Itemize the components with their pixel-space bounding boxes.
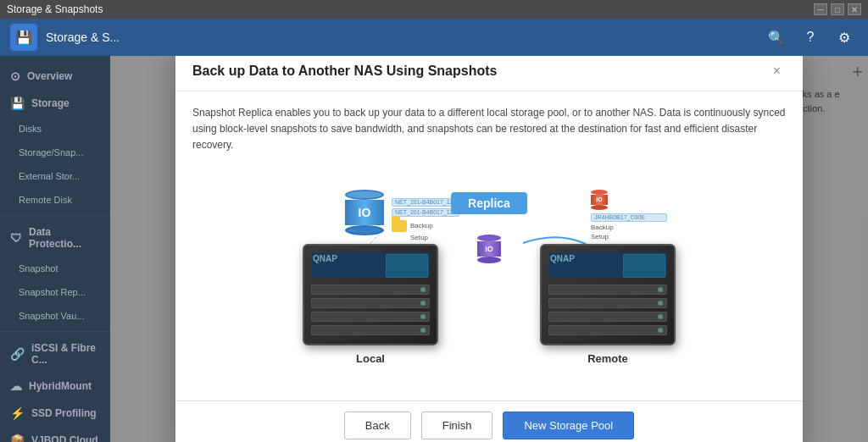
back-button[interactable]: Back — [344, 412, 411, 439]
main-content: ⊙ Overview 💾 Storage Disks Storage/Snap.… — [0, 56, 868, 442]
sidebar: ⊙ Overview 💾 Storage Disks Storage/Snap.… — [0, 56, 110, 442]
cyl-body: IO — [345, 200, 384, 225]
remote-file-1: JR4HB0B17_C00E — [591, 213, 667, 222]
remote-db-row: IO — [591, 190, 667, 210]
app-header-left: 💾 Storage & S... — [10, 24, 120, 51]
small-db-container: IO — [477, 235, 503, 263]
modal-body: Snapshot Replica enables you to back up … — [175, 91, 803, 401]
remote-bay-1 — [548, 285, 667, 295]
bay-2 — [311, 298, 430, 308]
sidebar-item-hybridmount[interactable]: ☁ HybridMount — [0, 373, 110, 400]
iscsi-icon: 🔗 — [10, 347, 25, 361]
float-file-1: NET_201-B4B017_123456 — [392, 198, 459, 207]
local-db-icon: IO — [345, 190, 384, 235]
maximize-button[interactable]: □ — [831, 3, 844, 15]
storage-icon: 💾 — [10, 97, 25, 110]
right-panel: New Storage Pool ol is used to physical … — [110, 56, 868, 442]
sidebar-divider-2 — [0, 331, 110, 332]
sidebar-item-data-protection[interactable]: 🛡 Data Protectio... — [0, 219, 110, 257]
new-storage-pool-button[interactable]: New Storage Pool — [503, 412, 634, 439]
small-cyl-top — [477, 235, 501, 241]
cyl-top — [345, 190, 384, 200]
sidebar-item-storage-snap[interactable]: Storage/Snap... — [0, 141, 110, 164]
modal-description: Snapshot Replica enables you to back up … — [192, 105, 786, 154]
diagram: IO NET_201-B4B017_123456 NET_201-B4B017_… — [192, 167, 786, 387]
sidebar-item-ssd[interactable]: ⚡ SSD Profiling — [0, 400, 110, 427]
remote-small-db: IO — [591, 190, 608, 210]
remote-bay-2 — [548, 298, 667, 308]
float-file-2: NET_201-B4B017_123456 — [392, 208, 459, 217]
app-header-right: 🔍 ? ⚙ — [763, 24, 858, 51]
floating-files: NET_201-B4B017_123456 NET_201-B4B017_123… — [392, 198, 459, 241]
data-protection-icon: 🛡 — [10, 231, 22, 245]
bay-4 — [311, 325, 430, 335]
local-nas: QNAP — [303, 244, 438, 345]
title-bar-title: Storage & Snapshots — [7, 3, 103, 15]
nas-screen-remote — [623, 254, 665, 278]
remote-file-label-1: Backup — [591, 224, 667, 231]
nas-brand-local: QNAP — [313, 254, 337, 263]
sidebar-item-snapshot-rep[interactable]: Snapshot Rep... — [0, 280, 110, 304]
search-button[interactable]: 🔍 — [763, 24, 790, 51]
bay-1 — [311, 285, 430, 295]
local-db-area: IO NET_201-B4B017_123456 NET_201-B4B017_… — [303, 190, 438, 240]
modal-footer: Back Finish New Storage Pool — [175, 401, 803, 442]
folder-icon — [392, 220, 407, 232]
replica-badge-container: Replica — [451, 192, 527, 214]
sidebar-item-storage[interactable]: 💾 Storage — [0, 90, 110, 117]
remote-floating-files: IO JR4HB0B17_C00E Backup Setup Logs — [591, 190, 667, 250]
app-window: Storage & Snapshots ─ □ ✕ 💾 Storage & S.… — [0, 0, 868, 442]
modal-overlay: Back up Data to Another NAS Using Snapsh… — [110, 56, 868, 442]
close-button[interactable]: ✕ — [848, 3, 861, 15]
bay-3 — [311, 312, 430, 322]
minimize-button[interactable]: ─ — [814, 3, 827, 15]
small-cyl-body: IO — [477, 241, 501, 257]
modal-title: Back up Data to Another NAS Using Snapsh… — [192, 64, 497, 79]
sidebar-item-snapshot-vau[interactable]: Snapshot Vau... — [0, 304, 110, 328]
modal-dialog: Back up Data to Another NAS Using Snapsh… — [175, 56, 803, 442]
title-bar: Storage & Snapshots ─ □ ✕ — [0, 0, 868, 19]
float-folder-row: Backup — [392, 220, 459, 232]
app-header-title: Storage & S... — [46, 30, 120, 44]
sidebar-divider-1 — [0, 215, 110, 216]
vjbod-icon: 📦 — [10, 434, 25, 442]
sidebar-item-vjbod[interactable]: 📦 VJBOD Cloud — [0, 427, 110, 442]
sidebar-item-overview[interactable]: ⊙ Overview — [0, 63, 110, 90]
settings-button[interactable]: ⚙ — [831, 24, 858, 51]
modal-header: Back up Data to Another NAS Using Snapsh… — [175, 56, 803, 91]
replica-badge: Replica — [451, 192, 527, 214]
remote-nas: QNAP — [540, 244, 676, 345]
hybridmount-icon: ☁ — [10, 379, 22, 393]
help-button[interactable]: ? — [797, 24, 824, 51]
app-icon: 💾 — [10, 24, 37, 51]
modal-close-button[interactable]: × — [768, 62, 786, 80]
overview-icon: ⊙ — [10, 69, 20, 83]
remote-bay-3 — [548, 312, 667, 322]
nas-bays-remote — [548, 285, 667, 335]
ssd-icon: ⚡ — [10, 406, 25, 420]
nas-bays-local — [311, 285, 430, 335]
small-db-icon: IO — [477, 235, 503, 263]
sidebar-item-iscsi[interactable]: 🔗 iSCSI & Fibre C... — [0, 335, 110, 373]
nas-brand-remote: QNAP — [550, 254, 575, 263]
remote-files-area: IO JR4HB0B17_C00E Backup Setup Logs — [540, 190, 676, 240]
sidebar-item-remote-disk[interactable]: Remote Disk — [0, 188, 110, 212]
sub-file: Setup — [392, 234, 459, 241]
remote-label: Remote — [587, 352, 628, 365]
finish-button[interactable]: Finish — [421, 412, 493, 439]
app-header: 💾 Storage & S... 🔍 ? ⚙ — [0, 19, 868, 56]
small-cyl-bottom — [477, 257, 501, 263]
sidebar-item-disks[interactable]: Disks — [0, 117, 110, 141]
title-bar-controls: ─ □ ✕ — [814, 3, 861, 15]
diagram-remote: IO JR4HB0B17_C00E Backup Setup Logs — [540, 190, 676, 365]
sidebar-item-snapshot[interactable]: Snapshot — [0, 257, 110, 280]
diagram-local: IO NET_201-B4B017_123456 NET_201-B4B017_… — [303, 190, 438, 365]
remote-file-label-2: Setup — [591, 233, 667, 240]
folder-label: Backup — [410, 222, 433, 229]
local-label: Local — [356, 352, 385, 365]
sidebar-item-external-stor[interactable]: External Stor... — [0, 164, 110, 188]
cyl-bottom — [345, 225, 384, 235]
remote-bay-4 — [548, 325, 667, 335]
nas-screen-local — [386, 254, 428, 278]
